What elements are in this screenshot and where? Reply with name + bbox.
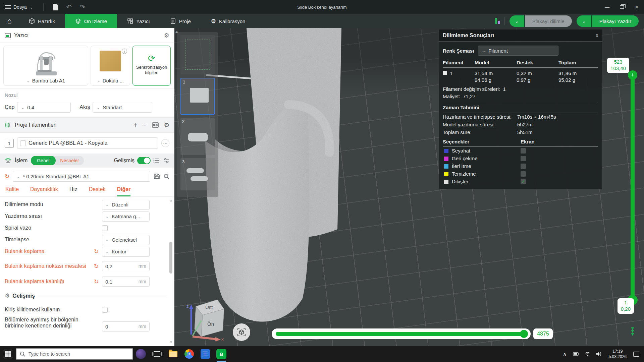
beam-interlocking-checkbox[interactable]	[102, 307, 108, 313]
battery-indicator[interactable]	[571, 346, 581, 362]
network-indicator[interactable]	[583, 346, 593, 362]
task-view-button[interactable]	[149, 346, 165, 362]
seams-visibility-checkbox[interactable]: ✓	[521, 179, 526, 184]
color-scheme-select[interactable]: ⌄ Filament	[478, 46, 558, 56]
advanced-toggle[interactable]	[137, 157, 151, 164]
maximize-button[interactable]	[614, 0, 629, 14]
tab-proje[interactable]: Proje	[160, 14, 201, 28]
tab-hazirlik[interactable]: Hazırlık	[19, 14, 65, 28]
tab-hiz[interactable]: Hız	[69, 186, 77, 196]
3d-viewport[interactable]: ◂▸	[174, 28, 644, 346]
cube-face-top-label[interactable]: Üst	[205, 304, 213, 310]
plate-type-card[interactable]: i ⌄Dokulu ...	[91, 46, 130, 86]
redo-button[interactable]: ↷	[76, 2, 89, 12]
wipe-visibility-checkbox[interactable]	[521, 171, 526, 177]
print-dropdown-button[interactable]: ⌄	[577, 15, 591, 27]
volume-indicator[interactable]	[594, 346, 604, 362]
scroll-up-icon[interactable]: ▲	[169, 198, 173, 203]
cube-face-front-label[interactable]: Ön	[207, 321, 214, 327]
home-tab[interactable]: ⌂	[0, 14, 19, 28]
layer-slider-track[interactable]	[631, 78, 635, 300]
file-menu[interactable]: Dosya ⌄	[0, 0, 38, 14]
retract-visibility-checkbox[interactable]	[521, 156, 526, 161]
tab-dayaniklilik[interactable]: Dayanıklılık	[30, 186, 58, 196]
layers-view-icon[interactable]: ▼▼▼	[625, 327, 640, 336]
timelapse-select[interactable]: ⌄Geleneksel	[102, 235, 150, 245]
save-preset-icon[interactable]	[154, 173, 160, 179]
search-icon	[20, 351, 25, 357]
slice-plate-button[interactable]: Plakayı dilimle	[525, 15, 572, 27]
fuzzy-skin-select[interactable]: ⌄Kontur	[102, 247, 150, 257]
scroll-down-icon[interactable]: ▼	[169, 340, 173, 345]
print-order-select[interactable]: ⌄Katmana g...	[102, 212, 150, 222]
tune-icon[interactable]	[163, 158, 169, 163]
fuzzy-point-distance-input[interactable]: 0,2mm	[102, 261, 150, 271]
printer-card[interactable]: ⌄Bambu Lab A1	[3, 46, 88, 86]
move-slider-track[interactable]	[276, 332, 527, 336]
taskbar-search-input[interactable]: Type here to search	[16, 348, 133, 360]
filament-settings-gear-icon[interactable]: ⚙	[164, 122, 169, 128]
notification-center-button[interactable]	[631, 346, 641, 362]
taskbar-widgets-button[interactable]	[133, 346, 149, 362]
collapse-panel-icon[interactable]: »	[593, 34, 600, 37]
ams-icon[interactable]	[152, 122, 159, 128]
start-button[interactable]	[0, 346, 16, 362]
layer-slider[interactable]: +	[628, 70, 637, 312]
params-scrollbar[interactable]: ▲ ▼	[169, 198, 173, 345]
calculator-button[interactable]	[197, 346, 213, 362]
tab-onizleme[interactable]: Ön İzleme	[65, 14, 117, 28]
unretract-visibility-checkbox[interactable]	[521, 164, 526, 169]
arrange-plates-icon[interactable]	[495, 18, 500, 24]
tab-yazici[interactable]: Yazıcı	[117, 14, 160, 28]
plate-thumbnail[interactable]: 2	[180, 118, 215, 155]
tab-kalite[interactable]: Kalite	[5, 186, 19, 196]
printer-settings-gear-icon[interactable]: ⚙	[164, 32, 169, 39]
scrollbar-thumb[interactable]	[169, 242, 172, 274]
segment-global[interactable]: Genel	[31, 156, 55, 165]
segment-objects[interactable]: Nesneler	[56, 158, 84, 163]
undo-button[interactable]: ↶	[62, 2, 76, 12]
minimize-button[interactable]: —	[600, 0, 614, 14]
spiral-vase-checkbox[interactable]	[102, 225, 108, 231]
tab-diger[interactable]: Diğer	[117, 186, 131, 196]
move-slider-handle[interactable]	[520, 330, 528, 338]
tab-kalibrasyon[interactable]: ⚙ Kalibrasyon	[201, 14, 256, 28]
plate-thumbnail-ghost[interactable]	[180, 35, 215, 74]
plate-thumbnail-selected[interactable]: 1	[180, 78, 215, 115]
move-slider[interactable]	[272, 328, 531, 339]
setting-list-icon[interactable]	[153, 158, 159, 163]
reset-value-icon[interactable]: ↻	[93, 279, 99, 285]
reset-value-icon[interactable]: ↻	[93, 263, 99, 269]
plate-thumbnail[interactable]: 3	[180, 158, 215, 190]
bambu-studio-button[interactable]: B	[213, 346, 229, 362]
filament-index-badge[interactable]: 1	[5, 139, 14, 148]
tray-expand-button[interactable]: ∧	[560, 346, 570, 362]
filament-more-button[interactable]: ⋯	[161, 139, 169, 147]
preset-reset-icon[interactable]: ↻	[5, 174, 9, 179]
sync-info-card[interactable]: ⟳ Senkronizasyon bilgileri	[132, 46, 171, 86]
print-plate-button[interactable]: Plakayı Yazdır	[592, 15, 639, 27]
interlocking-depth-input[interactable]: 0mm	[102, 321, 150, 331]
chrome-button[interactable]	[181, 346, 197, 362]
slice-dropdown-button[interactable]: ⌄	[509, 15, 524, 27]
process-preset-select[interactable]: ⌄ * 0.20mm Standard @BBL A1	[13, 171, 150, 182]
filament-select[interactable]: Generic PLA @BBL A1 - Kopyala	[17, 137, 158, 149]
orient-view-button[interactable]	[233, 323, 250, 341]
filament-checkbox[interactable]	[20, 140, 26, 146]
flow-select[interactable]: ⌄ Standart	[93, 102, 152, 113]
file-explorer-button[interactable]	[165, 346, 181, 362]
slicing-mode-select[interactable]: ⌄Düzenli	[102, 200, 150, 210]
add-filament-button[interactable]: +	[133, 122, 137, 128]
tab-destek[interactable]: Destek	[89, 186, 106, 196]
view-cube[interactable]: Üst Ön z x	[186, 297, 230, 341]
fuzzy-thickness-input[interactable]: 0,1mm	[102, 277, 150, 287]
taskbar-clock[interactable]: 17:19 5.03.2026	[605, 349, 630, 359]
search-settings-icon[interactable]	[163, 173, 169, 179]
nozzle-diameter-select[interactable]: ⌄ 0.4	[17, 102, 71, 113]
close-button[interactable]: ✕	[629, 0, 644, 14]
info-icon[interactable]: i	[122, 49, 127, 54]
new-project-button[interactable]	[49, 2, 62, 12]
remove-filament-button[interactable]: −	[143, 122, 147, 128]
travel-visibility-checkbox[interactable]	[521, 148, 526, 154]
reset-value-icon[interactable]: ↻	[93, 249, 99, 254]
